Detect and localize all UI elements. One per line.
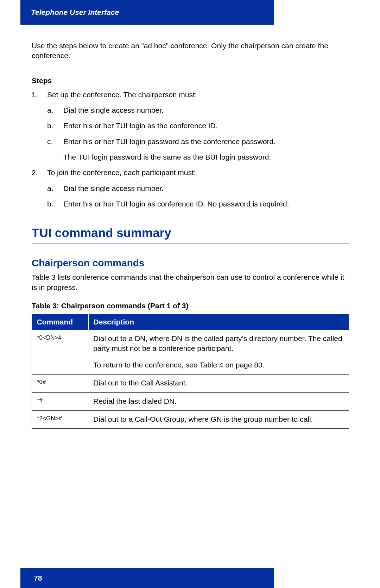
intro-paragraph: Use the steps below to create an “ad hoc…: [32, 41, 349, 61]
step-item: Set up the conference. The chairperson m…: [32, 90, 349, 162]
command-cell: *0#: [32, 375, 88, 392]
step-item: To join the conference, each participant…: [32, 168, 349, 209]
substeps-list: Dial the single access number. Enter his…: [47, 184, 349, 209]
substep-item: Dial the single access number.: [47, 184, 349, 193]
description-text-2: To return to the conference, see Table 4…: [93, 360, 344, 370]
subsection-heading: Chairperson commands: [32, 258, 349, 269]
running-header-text: Telephone User Interface: [31, 8, 119, 17]
steps-heading: Steps: [32, 76, 349, 85]
command-cell: *#: [32, 392, 88, 410]
steps-list: Set up the conference. The chairperson m…: [32, 90, 349, 209]
table-header-command: Command: [32, 314, 88, 330]
substep-item: Dial the single access number.: [47, 105, 349, 115]
table-row: *0# Dial out to the Call Assistant.: [32, 375, 349, 392]
page-number: 78: [34, 574, 42, 582]
table-row: *2<GN># Dial out to a Call-Out Group, wh…: [32, 410, 349, 428]
command-cell: *0<DN>#: [32, 330, 88, 375]
step-note: The TUI login password is the same as th…: [47, 152, 349, 162]
substeps-list: Dial the single access number. Enter his…: [47, 105, 349, 147]
page-footer: 78: [20, 568, 274, 588]
subsection-intro: Table 3 lists conference commands that t…: [32, 272, 349, 292]
table-row: *0<DN># Dial out to a DN, where DN is th…: [32, 330, 349, 375]
table-header-row: Command Description: [32, 314, 349, 330]
substep-item: Enter his or her TUI login password as t…: [47, 137, 349, 147]
table-caption: Table 3: Chairperson commands (Part 1 of…: [32, 302, 349, 310]
running-header: Telephone User Interface: [20, 0, 274, 25]
commands-table: Command Description *0<DN># Dial out to …: [32, 314, 349, 429]
section-heading: TUI command summary: [32, 226, 349, 243]
table-header-description: Description: [88, 314, 349, 330]
description-cell: Redial the last dialed DN.: [88, 392, 349, 410]
description-cell: Dial out to a DN, where DN is the called…: [88, 330, 349, 375]
description-text: Dial out to a DN, where DN is the called…: [93, 334, 344, 354]
description-cell: Dial out to a Call-Out Group, where GN i…: [88, 410, 349, 428]
substep-item: Enter his or her TUI login as the confer…: [47, 121, 349, 131]
step-text: To join the conference, each participant…: [47, 168, 196, 177]
step-text: Set up the conference. The chairperson m…: [47, 91, 197, 99]
page-content: Use the steps below to create an “ad hoc…: [32, 41, 349, 429]
description-cell: Dial out to the Call Assistant.: [88, 375, 349, 392]
table-row: *# Redial the last dialed DN.: [32, 392, 349, 410]
substep-item: Enter his or her TUI login as conference…: [47, 199, 349, 209]
command-cell: *2<GN>#: [32, 410, 88, 428]
